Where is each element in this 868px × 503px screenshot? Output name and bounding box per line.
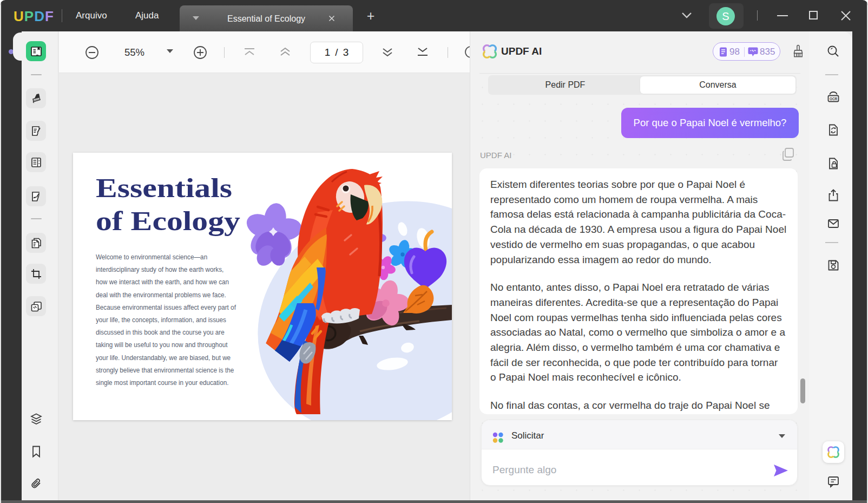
- svg-text:OCR: OCR: [830, 97, 837, 101]
